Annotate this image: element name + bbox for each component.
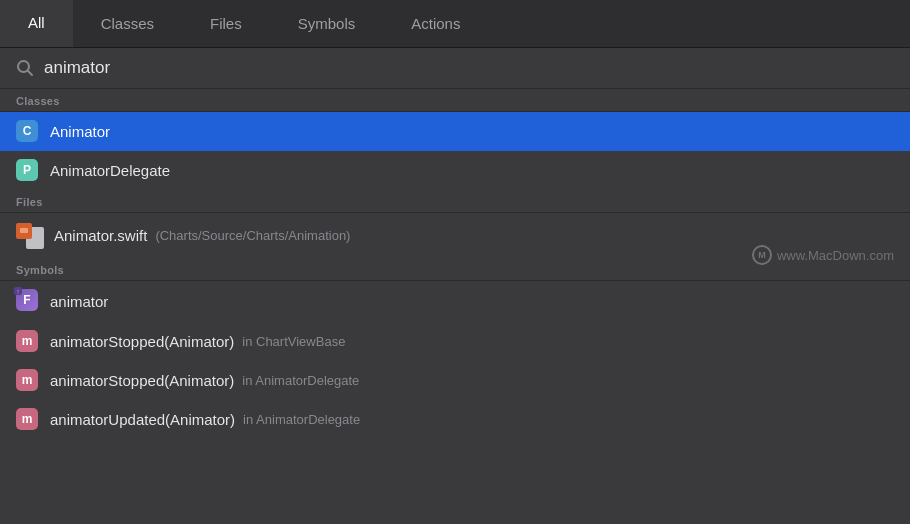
result-name: AnimatorDelegate xyxy=(50,162,170,179)
watermark-logo: M xyxy=(752,245,772,265)
badge-c-icon: C xyxy=(16,120,38,142)
classes-section-header: Classes xyxy=(0,89,910,112)
result-name: animator xyxy=(50,293,108,310)
result-context: in AnimatorDelegate xyxy=(242,373,359,388)
result-name: animatorStopped(Animator) xyxy=(50,333,234,350)
result-name: animatorStopped(Animator) xyxy=(50,372,234,389)
svg-line-1 xyxy=(28,71,33,76)
result-path: (Charts/Source/Charts/Animation) xyxy=(155,228,350,243)
result-animator-symbol[interactable]: F ↑ animator xyxy=(0,281,910,322)
tab-all[interactable]: All xyxy=(0,0,73,47)
files-section-header: Files xyxy=(0,190,910,213)
badge-m-icon: m xyxy=(16,330,38,352)
search-input[interactable] xyxy=(44,58,894,78)
tab-files[interactable]: Files xyxy=(182,0,270,47)
tab-actions[interactable]: Actions xyxy=(383,0,488,47)
swift-file-icon xyxy=(16,221,44,249)
tab-bar: All Classes Files Symbols Actions xyxy=(0,0,910,48)
result-context: in ChartViewBase xyxy=(242,334,345,349)
result-animator-class[interactable]: C Animator xyxy=(0,112,910,151)
result-name: Animator xyxy=(50,123,110,140)
tab-classes[interactable]: Classes xyxy=(73,0,182,47)
badge-p-icon: P xyxy=(16,159,38,181)
badge-m-icon-2: m xyxy=(16,369,38,391)
watermark: M www.MacDown.com xyxy=(752,245,894,265)
result-name: animatorUpdated(Animator) xyxy=(50,411,235,428)
badge-f-icon: F ↑ xyxy=(16,289,40,313)
result-name: Animator.swift xyxy=(54,227,147,244)
badge-m-icon-3: m xyxy=(16,408,38,430)
result-animatordelegate-class[interactable]: P AnimatorDelegate xyxy=(0,151,910,190)
search-bar xyxy=(0,48,910,89)
result-animatorstopped-animatordelegate[interactable]: m animatorStopped(Animator) in AnimatorD… xyxy=(0,361,910,400)
result-animatorstopped-chartviewbase[interactable]: m animatorStopped(Animator) in ChartView… xyxy=(0,322,910,361)
app-container: All Classes Files Symbols Actions Classe… xyxy=(0,0,910,524)
result-animatorupdated-animatordelegate[interactable]: m animatorUpdated(Animator) in AnimatorD… xyxy=(0,400,910,439)
result-context: in AnimatorDelegate xyxy=(243,412,360,427)
tab-symbols[interactable]: Symbols xyxy=(270,0,384,47)
search-icon xyxy=(16,59,34,77)
